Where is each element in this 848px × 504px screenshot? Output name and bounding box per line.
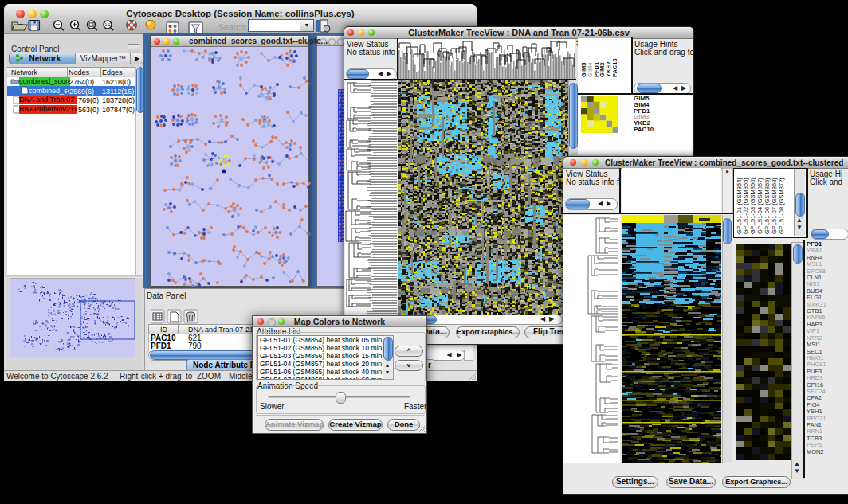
svg-text:1:1: 1:1 — [105, 22, 111, 27]
svg-text:GPL51-04 (GSM857): GPL51-04 (GSM857) — [756, 178, 764, 234]
svg-text:PAC10: PAC10 — [611, 58, 617, 77]
svg-text:GPL51-06 (GSM865): GPL51-06 (GSM865) — [764, 178, 771, 234]
svg-text:GPL51-07 (GSM868): GPL51-07 (GSM868) — [771, 178, 778, 234]
svg-text:GPL51-02 (GSM855): GPL51-02 (GSM855) — [742, 178, 749, 234]
svg-text:GPL51-03 (GSM856): GPL51-03 (GSM856) — [749, 178, 756, 234]
svg-text:GPL51-01 (GSM854): GPL51-01 (GSM854) — [736, 178, 743, 234]
svg-text:GPL51-08 (GSM872): GPL51-08 (GSM872) — [778, 178, 785, 234]
